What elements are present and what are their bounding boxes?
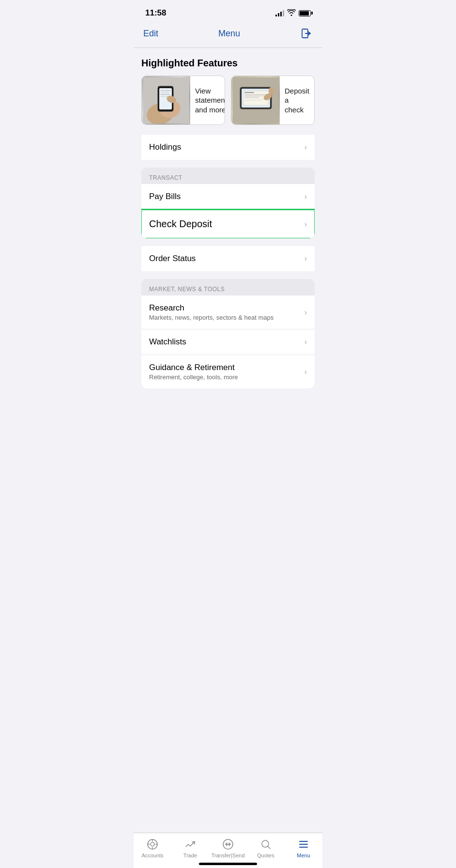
highlighted-features-section: Highlighted Features [141, 58, 315, 125]
market-section: MARKET, NEWS & TOOLS Research Markets, n… [141, 279, 315, 388]
svg-rect-16 [244, 94, 267, 95]
watchlists-chevron: › [304, 338, 307, 346]
menu-icon [297, 838, 310, 851]
holdings-chevron: › [304, 143, 307, 152]
research-chevron: › [304, 308, 307, 317]
battery-icon [299, 10, 311, 16]
research-title: Research [149, 303, 304, 313]
statements-text: View statements and more [190, 80, 225, 121]
guidance-content: Guidance & Retirement Retirement, colleg… [149, 363, 304, 381]
svg-rect-20 [244, 100, 261, 101]
svg-rect-9 [160, 96, 168, 97]
statements-image [142, 76, 190, 124]
accounts-icon [146, 838, 159, 851]
holdings-section: Holdings › [141, 135, 315, 160]
status-time: 11:58 [145, 8, 166, 18]
tab-accounts[interactable]: Accounts [134, 838, 171, 858]
feature-cards: View statements and more [141, 76, 315, 125]
watchlists-item[interactable]: Watchlists › [141, 329, 315, 355]
research-subtitle: Markets, news, reports, sectors & heat m… [149, 314, 304, 321]
check-image [231, 76, 280, 124]
svg-rect-19 [244, 99, 267, 99]
tab-quotes[interactable]: Quotes [247, 838, 285, 858]
main-content: Highlighted Features [134, 48, 322, 445]
pay-bills-title: Pay Bills [149, 192, 304, 202]
transact-section: TRANSACT Pay Bills › Check Deposit › [141, 168, 315, 238]
guidance-title: Guidance & Retirement [149, 363, 304, 372]
check-deposit-content: Check Deposit [149, 218, 304, 230]
status-bar: 11:58 [134, 0, 322, 23]
phone-simulation [142, 76, 190, 124]
quotes-icon [259, 838, 272, 851]
edit-button[interactable]: Edit [143, 29, 158, 39]
research-item[interactable]: Research Markets, news, reports, sectors… [141, 295, 315, 329]
signal-icon [275, 10, 284, 16]
svg-point-24 [151, 842, 154, 846]
tab-transfer[interactable]: Transfer|Send [209, 838, 247, 858]
watchlists-title: Watchlists [149, 337, 304, 347]
deposit-text: Deposit a check [280, 80, 314, 121]
trade-icon [184, 838, 197, 851]
market-label: MARKET, NEWS & TOOLS [141, 279, 315, 295]
research-content: Research Markets, news, reports, sectors… [149, 303, 304, 321]
menu-title: Menu [218, 29, 240, 39]
deposit-check-card[interactable]: Deposit a check [231, 76, 315, 125]
quotes-label: Quotes [257, 852, 274, 858]
svg-rect-8 [160, 94, 170, 95]
pay-bills-content: Pay Bills [149, 192, 304, 202]
watchlists-content: Watchlists [149, 337, 304, 347]
check-deposit-title: Check Deposit [149, 218, 304, 230]
guidance-item[interactable]: Guidance & Retirement Retirement, colleg… [141, 355, 315, 388]
tab-trade[interactable]: Trade [171, 838, 209, 858]
holdings-content: Holdings [149, 142, 304, 152]
check-deposit-chevron: › [304, 220, 307, 229]
order-status-chevron: › [304, 254, 307, 263]
order-status-section: Order Status › [141, 246, 315, 271]
view-statements-card[interactable]: View statements and more [141, 76, 225, 125]
guidance-subtitle: Retirement, college, tools, more [149, 373, 304, 381]
order-status-title: Order Status [149, 254, 304, 264]
svg-rect-17 [244, 95, 267, 96]
transfer-icon [222, 838, 234, 851]
svg-rect-7 [160, 92, 169, 93]
transact-label: TRANSACT [141, 168, 315, 184]
top-nav: Edit Menu [134, 23, 322, 47]
logout-button[interactable] [300, 27, 313, 40]
check-simulation [231, 76, 280, 124]
svg-point-26 [262, 840, 269, 847]
order-status-content: Order Status [149, 254, 304, 264]
holdings-title: Holdings [149, 142, 304, 152]
menu-label: Menu [297, 852, 310, 858]
trade-label: Trade [183, 852, 197, 858]
transfer-label: Transfer|Send [211, 852, 244, 858]
pay-bills-chevron: › [304, 192, 307, 201]
holdings-item[interactable]: Holdings › [141, 135, 315, 160]
pay-bills-item[interactable]: Pay Bills › [141, 184, 315, 210]
accounts-label: Accounts [141, 852, 163, 858]
status-icons [275, 9, 311, 17]
svg-rect-15 [244, 92, 254, 93]
guidance-chevron: › [304, 368, 307, 376]
section-title: Highlighted Features [141, 58, 315, 69]
home-indicator [199, 863, 257, 865]
order-status-item[interactable]: Order Status › [141, 246, 315, 271]
svg-rect-18 [244, 97, 259, 98]
tab-menu[interactable]: Menu [285, 838, 322, 858]
wifi-icon [287, 9, 296, 17]
check-deposit-item[interactable]: Check Deposit › [141, 210, 315, 238]
svg-rect-6 [160, 90, 171, 91]
